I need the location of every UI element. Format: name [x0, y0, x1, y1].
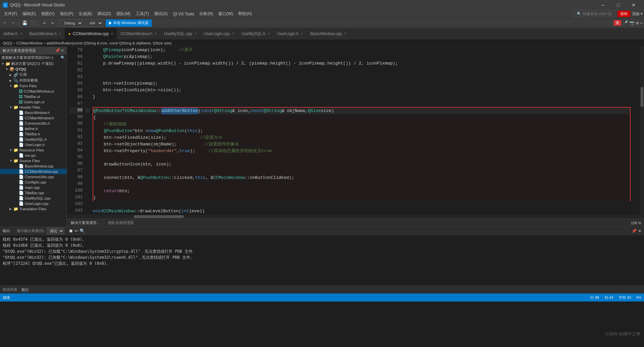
- menu-team[interactable]: 团队(M): [114, 10, 133, 18]
- menu-edit[interactable]: 编辑(E): [20, 10, 38, 18]
- tree-userlogin-ui[interactable]: ▶ 🖼 UserLogin.ui: [0, 99, 67, 105]
- menu-tools[interactable]: 工具(T): [133, 10, 151, 18]
- maximize-button[interactable]: □: [611, 0, 626, 10]
- tab-basicwindow-h[interactable]: BasicWindow.h✕: [26, 28, 65, 39]
- platform-select[interactable]: x64: [86, 19, 103, 27]
- redo-button[interactable]: ↪: [49, 19, 56, 27]
- back-button[interactable]: ←: [1, 19, 9, 27]
- close-button[interactable]: ✕: [626, 0, 641, 10]
- menu-file[interactable]: 文件(F): [1, 10, 20, 18]
- tree-commonutils-h[interactable]: ▶ 📄 CommonUtils.h: [0, 121, 67, 126]
- close-tab-basicwindow[interactable]: ✕: [59, 32, 61, 35]
- tab-define-h[interactable]: define.h✕: [0, 28, 26, 39]
- close-tab-ccmainwindow-h[interactable]: ✕: [154, 32, 157, 35]
- ime-btn[interactable]: 英: [614, 20, 621, 26]
- tree-usemysql-cpp[interactable]: ▶ 📄 UseMySQL.cpp: [0, 196, 67, 201]
- cam-btn[interactable]: 📷: [629, 20, 635, 26]
- tree-userlogin-cpp[interactable]: ▶ 📄 UserLogin.cpp: [0, 201, 67, 206]
- quick-search[interactable]: 🔍 快速启动 (Ctrl+Q): [574, 10, 615, 17]
- tree-titlebar-ui[interactable]: ▶ 🖼 TitleBar.ui: [0, 94, 67, 99]
- tree-external[interactable]: ▶ 📎 外部依赖项: [0, 78, 67, 83]
- se-close-icon[interactable]: ✕: [61, 48, 64, 53]
- panel-close-icon[interactable]: ✕: [638, 229, 641, 233]
- code-area[interactable]: 79 80 81 82 83 84 85 86 87 88 89 90 91 9…: [67, 47, 644, 215]
- code-content[interactable]: QPixmap iconPixmap(icon);//原片 QPainter p…: [90, 47, 640, 215]
- collapse-88[interactable]: -: [85, 107, 90, 114]
- undo-button[interactable]: ↩: [41, 19, 48, 27]
- settings-btn[interactable]: ⚙: [636, 20, 639, 26]
- bottom-tab-se[interactable]: 解决方案资源管...: [67, 219, 104, 227]
- tree-titlebar-h[interactable]: ▶ 📄 TitleBar.h: [0, 131, 67, 137]
- tree-resource-files[interactable]: ▼ 📁 Resource Files: [0, 147, 67, 153]
- tree-references[interactable]: ▶ 🔗 引用: [0, 72, 67, 78]
- tree-usemysql-h[interactable]: ▶ 📄 UseMySQL.h: [0, 137, 67, 142]
- scroll-thumb[interactable]: [641, 87, 643, 107]
- menu-window[interactable]: 窗口(W): [216, 10, 235, 18]
- tab-userlogin-cpp[interactable]: UserLogin.cpp✕: [201, 28, 238, 39]
- tab-basicwindow-cpp[interactable]: BasicWindow.cpp✕: [307, 28, 350, 39]
- menu-qtvs[interactable]: Qt VS Tools: [170, 10, 197, 18]
- horizontal-scrollbar[interactable]: [67, 215, 644, 219]
- output-sub-tab[interactable]: 输出: [21, 287, 29, 293]
- menu-view[interactable]: 视图(V): [38, 10, 57, 18]
- tree-titlebar-cpp[interactable]: ▶ 📄 TitleBar.cpp: [0, 190, 67, 196]
- tab-usemysql-cpp[interactable]: UseMySQL.cpp✕: [161, 28, 201, 39]
- tab-userlogin-h[interactable]: UserLogin.h✕: [274, 28, 307, 39]
- menu-project[interactable]: 项目(P): [57, 10, 76, 18]
- menu-build[interactable]: 生成(B): [76, 10, 95, 18]
- save-all-button[interactable]: ⬛: [29, 19, 36, 27]
- tree-form-files[interactable]: ▼ 📁 Form Files: [0, 83, 67, 89]
- minimize-button[interactable]: ─: [595, 0, 611, 10]
- tree-res-qrc[interactable]: ▶ 📄 res.qrc: [0, 153, 67, 158]
- debug-config-select[interactable]: Debug: [61, 19, 83, 27]
- vertical-scrollbar[interactable]: [640, 47, 644, 215]
- menu-help[interactable]: 帮助(H): [235, 10, 254, 18]
- tree-qtqq[interactable]: ▼ 📦 QTQQ: [0, 67, 67, 72]
- tree-translation-files[interactable]: ▶ 📁 Translation Files: [0, 206, 67, 212]
- tree-basicwindow-cpp[interactable]: ▶ 📄 BasicWindow.cpp: [0, 163, 67, 169]
- tree-ccmainwindow-cpp[interactable]: ▶ 📄 CCMainWindow.cpp: [0, 169, 67, 174]
- close-tab-ccmainwindow[interactable]: ✕: [111, 32, 113, 36]
- tree-define-h[interactable]: ▶ 📄 define.h: [0, 126, 67, 131]
- close-tab-usemysql-h[interactable]: ✕: [267, 32, 270, 35]
- menu-test[interactable]: 测试(S): [151, 10, 170, 18]
- forward-button[interactable]: →: [9, 19, 17, 27]
- output-source-select[interactable]: 调试: [47, 228, 64, 234]
- bottom-tab-team[interactable]: 团队资源管理器: [104, 219, 138, 227]
- cpp-icon-1: 📄: [19, 164, 24, 168]
- tab-ccmainwindow-cpp[interactable]: ● CCMainWindow.cpp ✕: [65, 28, 117, 39]
- tree-commonutils-cpp[interactable]: ▶ 📄 CommonUtils.cpp: [0, 174, 67, 180]
- panel-pin-icon[interactable]: 📌: [632, 229, 637, 233]
- output-stop-icon[interactable]: ⏹: [69, 228, 73, 233]
- run-button[interactable]: 本地 Windows 调试器: [106, 19, 152, 27]
- tab-ccmainwindow-h[interactable]: CCMainWindow.h✕: [117, 28, 160, 39]
- output-find-icon[interactable]: 🔍: [80, 228, 85, 233]
- close-tab-usemysql-cpp[interactable]: ✕: [194, 32, 197, 35]
- error-list-tab[interactable]: 错误列表: [3, 287, 17, 292]
- mic-btn[interactable]: 🎤: [623, 20, 628, 26]
- sougou-input[interactable]: 搜狗: [618, 11, 630, 17]
- output-wrap-icon[interactable]: ↩: [75, 228, 78, 233]
- tree-main-cpp[interactable]: ▶ 📄 main.cpp: [0, 185, 67, 190]
- se-search-icon[interactable]: 🔍: [61, 55, 65, 60]
- more-btn[interactable]: ⋯: [640, 20, 643, 26]
- tree-header-files[interactable]: ▼ 📁 Header Files: [0, 105, 67, 110]
- tree-userlogin-h[interactable]: ▶ 📄 UserLogin.h: [0, 142, 67, 147]
- se-pin-icon[interactable]: 📌: [55, 48, 60, 53]
- close-tab-userlogin[interactable]: ✕: [232, 32, 234, 35]
- save-button[interactable]: 💾: [21, 19, 28, 27]
- h-label-1: BasicWindow.h: [25, 111, 50, 115]
- tab-usemysql-h[interactable]: UseMySQL.h✕: [238, 28, 274, 39]
- close-tab-define[interactable]: ✕: [20, 32, 22, 35]
- menu-debug[interactable]: 调试(D): [95, 10, 114, 18]
- close-tab-userlogin-h[interactable]: ✕: [301, 32, 303, 35]
- hscroll-thumb[interactable]: [134, 215, 184, 218]
- menu-analyze[interactable]: 分析(N): [197, 10, 216, 18]
- tree-source-files[interactable]: ▼ 📁 Source Files: [0, 158, 67, 163]
- tree-solution[interactable]: ▼ 📁 解决方案'QtQQ'(1 个项目): [0, 61, 67, 67]
- tree-ccmainwindow-h[interactable]: ▶ 📄 CCMainWindow.h: [0, 115, 67, 121]
- tree-ccmainwindow-ui[interactable]: ▶ 🖼 CCMainWindow.ui: [0, 89, 67, 94]
- close-tab-basicwindow-cpp[interactable]: ✕: [344, 32, 346, 35]
- tree-basicwindow-h[interactable]: ▶ 📄 BasicWindow.h: [0, 110, 67, 115]
- tree-configini-cpp[interactable]: ▶ 📄 ConfigIni.cpp: [0, 180, 67, 185]
